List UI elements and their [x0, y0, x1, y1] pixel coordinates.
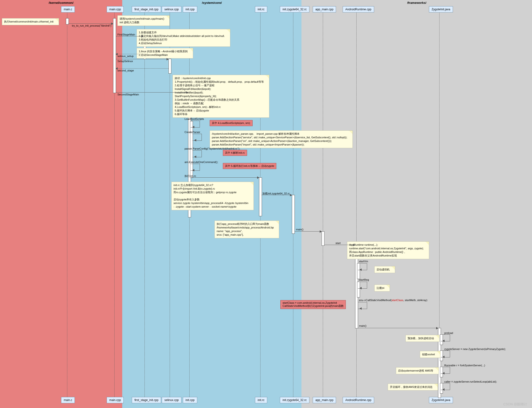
- lbl-firststage: FirstStageMain: [118, 33, 135, 36]
- lbl-preload: preload: [444, 332, 453, 334]
- act-maincpp: [113, 18, 116, 93]
- lifeline-head-firststage: first_stage_init.cpp: [132, 6, 161, 12]
- msg-try-run: [68, 24, 113, 24]
- self-selloop: [441, 383, 450, 390]
- lifeline-foot-zyinit: ZygoteInit.java: [429, 397, 453, 403]
- lifeline-head-androidrt: AndroidRuntime.cpp: [343, 6, 374, 12]
- note-loop: 开启循环，接收AMS发送过来的消息: [388, 383, 438, 391]
- lifeline-head-zyinit: ZygoteInit.java: [429, 6, 453, 12]
- lifeline-head-mainc: main.c: [61, 6, 75, 12]
- lbl-try-run: try_to_run_init_process("/bin/init"): [72, 24, 111, 27]
- lifeline-head-zy6432: init.zygote64_32.rc: [280, 6, 309, 12]
- msg-second-stage: [116, 68, 169, 68]
- self-preload: [441, 334, 450, 341]
- callout-parseinit: 其中 4.解析init.rc: [223, 150, 247, 156]
- msg-main2: [358, 328, 438, 328]
- self-startvm: [358, 263, 367, 270]
- lifeline-head-appmain: app_main.cpp: [313, 6, 336, 12]
- lbl-selloop: caller = zygoteServer.runSelectLoop(abiL…: [444, 380, 497, 383]
- lbl-setup-selinux: SetupSelinux: [118, 60, 133, 63]
- self-loadboot: [191, 120, 200, 128]
- lbl-parseconfig: parser.ParseConfig("/system/etc/init/hw/…: [185, 147, 240, 150]
- lifeline-foot-initrc: init.rc: [255, 397, 267, 403]
- msg-selinux-setup: [116, 54, 143, 54]
- note-firststage: 1.挂载创建文件2.重定向输入输出到/dev/null,Make stdin/s…: [137, 29, 230, 47]
- msg-main: [295, 231, 321, 232]
- lbl-startvm: startVm: [359, 260, 368, 263]
- msg-firststage: [116, 36, 143, 36]
- lbl-callstatic: env->CallStaticVoidMethod(startClass, st…: [359, 299, 427, 302]
- msg-exec-initrc: [191, 177, 259, 178]
- callout-startclass: startClass = com.android.internal.os.Zyg…: [280, 300, 346, 309]
- self-zysrv: [441, 350, 450, 357]
- lifeline-foot-firststage: first_stage_init.cpp: [132, 397, 161, 403]
- callout-loadboot: 其中 4.LoadBootScripts(am, sm);: [210, 120, 253, 126]
- msg-setup-selinux: [116, 59, 169, 59]
- note-kernel-init: 执行kernel/common/init/main.c#kernel_init: [2, 18, 59, 25]
- callout-startclass-l2: CallStaticVoidMethod执行ZygoteInit.java的ma…: [283, 305, 344, 307]
- lifeline-head-selinux: selinux.cpp: [162, 6, 181, 12]
- lifeline-appmain: [323, 11, 323, 397]
- lbl-createparser: CreateParser: [185, 131, 200, 134]
- lbl-callstatic-cls: startClass: [392, 299, 403, 302]
- zone-frameworks: /frameworks/: [302, 0, 532, 408]
- lifeline-foot-androidrt: AndroidRuntime.cpp: [343, 397, 374, 403]
- lifeline-foot-mainc: main.c: [61, 397, 75, 403]
- self-createparser: [193, 134, 202, 141]
- note-maincpp: 调用/system/core/init/main.cpp#main()init …: [118, 15, 170, 26]
- lbl-loadboot: LoadBootScripts: [185, 118, 204, 120]
- lifeline-androidrt: [356, 11, 357, 397]
- note-parser: //system/core/init/action_parser.cpp、 im…: [210, 130, 353, 148]
- note-appruntime: AppRuntime runtime(...);runtime.start("c…: [347, 241, 429, 259]
- callout-execcmd: 其中 5.循环执行init.rc等脚本 -- 启动zygote: [223, 163, 276, 169]
- lifeline-foot-zy6432: init.zygote64_32.rc: [280, 397, 309, 403]
- lbl-callstatic-p1: env->CallStaticVoidMethod(: [359, 299, 392, 302]
- lbl-start: start: [336, 242, 340, 245]
- self-startreg: [358, 282, 367, 289]
- lifeline-mainc: [67, 11, 67, 397]
- act-zy6432: [292, 195, 295, 234]
- self-fork: [441, 367, 450, 374]
- msg-start: [324, 245, 355, 245]
- lifeline-foot-selinux: selinux.cpp: [162, 397, 181, 403]
- lbl-callstatic-p2: , startMeth, strArray): [403, 299, 427, 302]
- lifeline-foot-maincpp: main.cpp: [107, 397, 124, 403]
- note-fork: 启动systemserver进程 AMS等: [396, 367, 439, 374]
- lifeline-head-initcpp: init.cpp: [183, 6, 197, 12]
- note-initrc: init.rc 怎么加载到zygote64_32.rc?init.rc中会imp…: [171, 182, 254, 210]
- callout-startclass-l1: startClass = com.android.internal.os.Zyg…: [283, 301, 337, 304]
- lbl-exec-initrc: 执行init.rc: [185, 174, 196, 178]
- zone-title-frameworks: /frameworks/: [302, 1, 532, 5]
- lbl-execonecmd: am.ExecuteOneCommand();: [185, 161, 218, 163]
- lifeline-head-maincpp: main.cpp: [107, 6, 124, 12]
- lifeline-foot-initcpp: init.cpp: [183, 397, 197, 403]
- note-selinux: 1.linux 的安全策略 --Android最小权限原则2.启动SecondS…: [137, 48, 193, 59]
- lbl-main: main(): [296, 228, 303, 231]
- msg-secondstagemain: [116, 92, 188, 93]
- lifeline-head-initrc: init.rc: [255, 6, 267, 12]
- lifeline-foot-appmain: app_main.cpp: [313, 397, 336, 403]
- zone-title-system: /system/core/: [122, 1, 302, 5]
- self-callstatic: [358, 302, 367, 309]
- lbl-fork: Runnable r = forkSystemServer(...): [444, 364, 485, 367]
- note-appproc: 执行app_process程序时的入口即为main函数/frameworks/b…: [214, 221, 279, 238]
- self-execonecmd: [191, 164, 200, 171]
- lifeline-firststage: [144, 11, 145, 397]
- note-startreg: 注册jni: [374, 285, 390, 291]
- act-selinux: [169, 59, 171, 74]
- lbl-main2: main(): [359, 324, 366, 327]
- lbl-load-zy: 加载init.zygote64_32.rc: [262, 192, 290, 195]
- lbl-second-stage: second_stage: [118, 69, 134, 72]
- lbl-secondstagemain: SecondStageMain: [118, 93, 139, 96]
- act-appmain: [321, 231, 324, 246]
- self-parseconfig: [193, 150, 202, 157]
- note-secondstage: 路径：/system/core/init/init.cpp1.PropertyI…: [173, 75, 269, 118]
- watermark: CSDN @眼睛计: [503, 402, 527, 407]
- note-startvm: 启动虚拟机: [374, 266, 395, 273]
- note-preload: 预加载，加快进程启动: [405, 335, 439, 342]
- lbl-zysrv: zygoteServer = new ZygoteServer(isPrimar…: [444, 348, 506, 350]
- act-initrc: [259, 177, 262, 216]
- lbl-startreg: startReg: [359, 278, 369, 281]
- zone-title-kernel: /kernel/common/: [0, 1, 122, 5]
- lbl-selinux-setup: selinux_setup: [118, 55, 134, 58]
